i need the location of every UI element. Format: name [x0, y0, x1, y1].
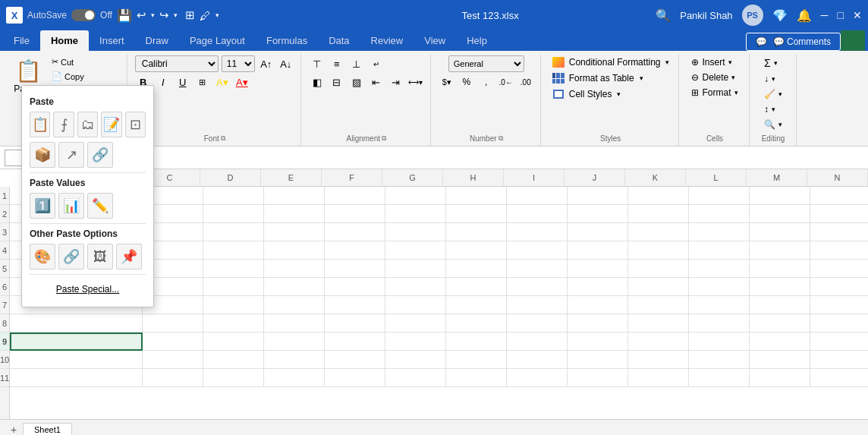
cell-E10[interactable] — [264, 351, 325, 369]
format-button[interactable]: ⊞ Format ▾ — [687, 86, 742, 99]
user-avatar[interactable]: PS — [742, 5, 763, 26]
align-center-button[interactable]: ⊟ — [329, 74, 345, 90]
cell-L8[interactable] — [689, 314, 750, 333]
cell-N9[interactable] — [810, 333, 868, 351]
cell-E6[interactable] — [264, 278, 325, 296]
cell-H11[interactable] — [446, 369, 507, 387]
redo-icon[interactable]: ↪ — [159, 8, 169, 22]
cell-H2[interactable] — [446, 205, 507, 223]
row-header-8[interactable]: 8 — [0, 314, 9, 333]
col-header-K[interactable]: K — [625, 169, 686, 186]
row-header-3[interactable]: 3 — [0, 223, 9, 241]
cell-C11[interactable] — [143, 369, 203, 387]
paste-option-2[interactable]: ⨍ — [53, 112, 74, 137]
cell-F9[interactable] — [325, 333, 385, 351]
tab-insert[interactable]: Insert — [89, 30, 135, 51]
fill-button[interactable]: ↓ ▾ — [760, 72, 787, 86]
row-header-11[interactable]: 11 — [0, 369, 9, 387]
wrap-text-button[interactable]: ↵ — [368, 55, 385, 72]
cell-J11[interactable] — [568, 369, 628, 387]
cell-M11[interactable] — [750, 369, 810, 387]
cell-E9[interactable] — [264, 333, 325, 351]
formula-input[interactable] — [80, 150, 863, 166]
cell-M8[interactable] — [750, 314, 810, 333]
col-header-D[interactable]: D — [200, 169, 261, 186]
cell-K2[interactable] — [628, 205, 689, 223]
cell-D3[interactable] — [203, 223, 264, 241]
cell-L2[interactable] — [689, 205, 750, 223]
col-header-F[interactable]: F — [322, 169, 382, 186]
cell-F2[interactable] — [325, 205, 385, 223]
increase-decimal-button[interactable]: .00 — [517, 74, 534, 90]
cell-M5[interactable] — [750, 260, 810, 278]
row-header-5[interactable]: 5 — [0, 260, 9, 278]
increase-font-button[interactable]: A↑ — [258, 55, 275, 72]
cell-E1[interactable] — [264, 187, 325, 205]
row-header-6[interactable]: 6 — [0, 278, 9, 296]
cell-styles-button[interactable]: Cell Styles ▾ — [549, 87, 673, 101]
cell-H4[interactable] — [446, 241, 507, 260]
search-icon[interactable]: 🔍 — [656, 8, 671, 23]
cell-H6[interactable] — [446, 278, 507, 296]
cell-M1[interactable] — [750, 187, 810, 205]
cell-K4[interactable] — [628, 241, 689, 260]
increase-indent-button[interactable]: ⇥ — [388, 74, 404, 90]
editing-group-label[interactable]: Editing — [762, 133, 785, 146]
cell-J7[interactable] — [568, 296, 628, 314]
cell-L4[interactable] — [689, 241, 750, 260]
minimize-icon[interactable]: ─ — [821, 9, 829, 21]
paste-option-4[interactable]: 📝 — [101, 112, 121, 137]
cell-F6[interactable] — [325, 278, 385, 296]
number-group-label[interactable]: Number ⧉ — [470, 133, 503, 146]
sheet-tab-1[interactable]: Sheet1 — [23, 423, 72, 436]
cell-M6[interactable] — [750, 278, 810, 296]
cell-L5[interactable] — [689, 260, 750, 278]
cell-E11[interactable] — [264, 369, 325, 387]
col-header-L[interactable]: L — [686, 169, 747, 186]
tab-help[interactable]: Help — [456, 30, 498, 51]
col-header-I[interactable]: I — [504, 169, 565, 186]
accounting-button[interactable]: $▾ — [439, 74, 455, 90]
cell-J9[interactable] — [568, 333, 628, 351]
row-header-7[interactable]: 7 — [0, 296, 9, 314]
row-header-4[interactable]: 4 — [0, 241, 9, 260]
cell-A8[interactable] — [10, 314, 143, 333]
undo-icon[interactable]: ↩ — [137, 8, 146, 22]
cell-E3[interactable] — [264, 223, 325, 241]
cell-L9[interactable] — [689, 333, 750, 351]
cell-C10[interactable] — [143, 351, 203, 369]
highlight-icon[interactable]: 🖊 — [200, 9, 211, 22]
cell-L10[interactable] — [689, 351, 750, 369]
cell-E7[interactable] — [264, 296, 325, 314]
percent-button[interactable]: % — [458, 74, 475, 90]
cell-F1[interactable] — [325, 187, 385, 205]
paste-other-1[interactable]: 🎨 — [30, 244, 55, 270]
cell-D9[interactable] — [203, 333, 264, 351]
tab-review[interactable]: Review — [360, 30, 414, 51]
paste-option-8[interactable]: 🔗 — [87, 142, 113, 168]
cell-N3[interactable] — [810, 223, 868, 241]
align-top-button[interactable]: ⊤ — [309, 55, 326, 72]
cell-D4[interactable] — [203, 241, 264, 260]
cell-F7[interactable] — [325, 296, 385, 314]
cell-J10[interactable] — [568, 351, 628, 369]
font-family-select[interactable]: Calibri — [135, 55, 219, 72]
cell-G1[interactable] — [385, 187, 446, 205]
font-color-button[interactable]: A▾ — [234, 74, 250, 90]
cell-I3[interactable] — [507, 223, 568, 241]
paste-other-3[interactable]: 🖼 — [87, 244, 113, 270]
paste-option-7[interactable]: ↗ — [58, 142, 84, 168]
decrease-decimal-button[interactable]: .0← — [498, 74, 514, 90]
align-bottom-button[interactable]: ⊥ — [348, 55, 365, 72]
sum-button[interactable]: Σ ▾ — [760, 55, 787, 71]
italic-button[interactable]: I — [155, 74, 171, 90]
cell-D10[interactable] — [203, 351, 264, 369]
cell-H3[interactable] — [446, 223, 507, 241]
cell-I10[interactable] — [507, 351, 568, 369]
sort-filter-button[interactable]: ↕ ▾ — [760, 102, 787, 116]
col-header-M[interactable]: M — [747, 169, 807, 186]
cell-H9[interactable] — [446, 333, 507, 351]
paste-other-2[interactable]: 🔗 — [58, 244, 84, 270]
cell-D7[interactable] — [203, 296, 264, 314]
cell-I6[interactable] — [507, 278, 568, 296]
